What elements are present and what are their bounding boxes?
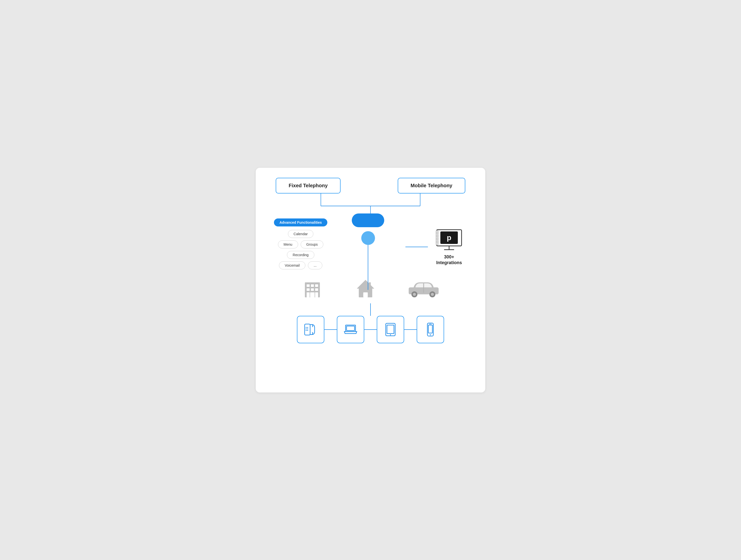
pill-row-menu-groups: Menu Groups — [278, 240, 324, 248]
svg-rect-44 — [347, 326, 354, 330]
top-row: Fixed Telephony Mobile Telephony — [271, 178, 470, 193]
pill-voicemail: Voicemail — [279, 261, 306, 269]
svg-point-11 — [436, 241, 438, 243]
laptop-icon — [343, 322, 358, 337]
integrations-icon: p — [435, 229, 463, 252]
svg-point-8 — [436, 232, 438, 234]
h-connector-3 — [404, 329, 417, 330]
bottom-v-line — [370, 303, 371, 316]
advanced-panel: Advanced Functionalities Calendar Menu G… — [271, 213, 331, 269]
blue-circle-node — [361, 231, 375, 245]
integrations-box: p 300+ Integrations — [428, 229, 470, 266]
svg-text:p: p — [447, 234, 451, 242]
device-laptop — [337, 316, 364, 343]
svg-point-32 — [413, 293, 416, 296]
desk-phone-icon — [303, 322, 318, 337]
mobile-icon — [425, 322, 435, 337]
svg-rect-49 — [428, 325, 432, 333]
pill-groups: Groups — [300, 240, 324, 248]
pill-row-voicemail-more: Voicemail ... — [279, 261, 322, 269]
diagram-container: Fixed Telephony Mobile Telephony Advance… — [256, 168, 485, 392]
middle-section: Advanced Functionalities Calendar Menu G… — [271, 213, 470, 290]
svg-rect-39 — [306, 328, 307, 329]
svg-rect-23 — [307, 292, 310, 297]
center-v-line — [368, 245, 368, 290]
device-tablet — [377, 316, 404, 343]
svg-rect-38 — [307, 327, 308, 328]
svg-rect-25 — [310, 292, 315, 297]
svg-point-47 — [390, 334, 391, 335]
svg-rect-24 — [315, 292, 318, 297]
svg-point-9 — [436, 235, 438, 237]
svg-point-34 — [431, 293, 434, 296]
h-connector-2 — [364, 329, 377, 330]
advanced-title: Advanced Functionalities — [274, 219, 327, 227]
svg-point-10 — [436, 238, 438, 240]
svg-rect-42 — [307, 330, 308, 331]
device-mobile — [417, 316, 444, 343]
pill-calendar: Calendar — [288, 230, 314, 238]
center-section — [331, 213, 405, 290]
device-row — [271, 316, 470, 343]
fixed-telephony-box: Fixed Telephony — [276, 178, 341, 193]
h-connector-1 — [324, 329, 337, 330]
top-connector — [276, 193, 465, 216]
svg-rect-41 — [306, 330, 307, 331]
svg-rect-28 — [363, 292, 368, 297]
blue-oval-node — [352, 213, 384, 227]
pill-menu: Menu — [278, 240, 298, 248]
tablet-icon — [384, 322, 397, 337]
svg-rect-46 — [387, 325, 394, 333]
svg-rect-40 — [307, 328, 308, 329]
svg-rect-36 — [305, 324, 310, 335]
pill-more: ... — [308, 261, 322, 269]
device-desk-phone — [297, 316, 324, 343]
svg-rect-37 — [306, 327, 307, 328]
integrations-section: p 300+ Integrations — [405, 213, 470, 266]
svg-point-50 — [430, 334, 431, 335]
integrations-label: 300+ Integrations — [436, 254, 462, 266]
h-line-to-integrations — [405, 247, 428, 247]
mobile-telephony-box: Mobile Telephony — [398, 178, 465, 193]
pill-recording: Recording — [287, 251, 314, 259]
